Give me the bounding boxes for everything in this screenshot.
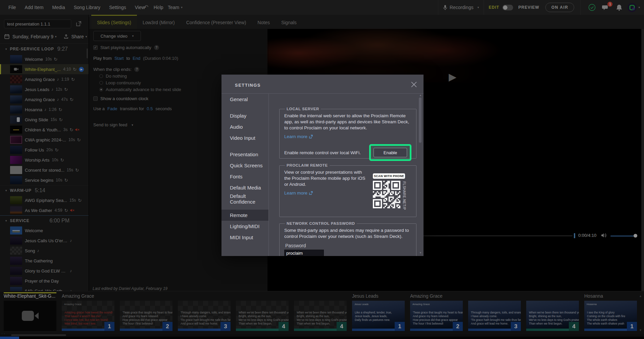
external-link-icon — [309, 191, 313, 195]
settings-nav-default-media[interactable]: Default Media — [221, 182, 268, 193]
password-label: Password — [285, 243, 411, 248]
enable-button[interactable]: Enable — [374, 148, 407, 157]
nav-group-gap — [221, 204, 268, 210]
local-server-section: LOCAL SERVER Enable the internal web ser… — [279, 107, 416, 159]
enable-remote-label: Enable remote control over local WiFi. — [284, 150, 361, 155]
settings-nav-presentation[interactable]: Presentation — [221, 149, 268, 160]
settings-nav-fonts[interactable]: Fonts — [221, 171, 268, 182]
settings-nav-default-confidence[interactable]: Default Confidence — [221, 193, 268, 204]
settings-content: LOCAL SERVER Enable the internal web ser… — [269, 94, 424, 256]
scroll-up-icon[interactable]: ▲ — [419, 94, 422, 97]
settings-nav-quick-screens[interactable]: Quick Screens — [221, 160, 268, 171]
nav-group-gap — [221, 105, 268, 110]
scroll-down-icon[interactable]: ▼ — [419, 251, 422, 254]
learn-more-link[interactable]: Learn more — [284, 190, 313, 196]
qr-block: SCAN WITH PHONE FLSHARE.NET/P — [373, 173, 416, 210]
settings-nav-general[interactable]: General — [221, 94, 268, 105]
close-icon — [411, 81, 417, 88]
proclaim-remote-description: View or control your presentations with … — [284, 169, 368, 187]
settings-nav-midi-input[interactable]: MIDI Input — [221, 232, 268, 243]
network-password-section: NETWORK CONTROL PASSWORD Some third-part… — [279, 221, 416, 256]
local-server-description: Enable the internal web server to allow … — [284, 113, 411, 131]
settings-nav-audio[interactable]: Audio — [221, 121, 268, 132]
proclaim-remote-section: PROCLAIM REMOTE View or control your pre… — [279, 163, 416, 217]
settings-nav: GeneralDisplayAudioVideo InputPresentati… — [221, 94, 268, 243]
qr-caption: FLSHARE.NET/P — [402, 181, 406, 210]
network-password-description: Some third-party apps and devices may re… — [284, 227, 411, 240]
dialog-title: SETTINGS — [235, 83, 261, 88]
proclaim-window: FileAdd ItemMediaSong LibrarySettingsVie… — [0, 0, 644, 339]
settings-dialog: SETTINGS GeneralDisplayAudioVideo InputP… — [221, 75, 424, 256]
settings-nav-lighting-midi[interactable]: Lighting/MIDI — [221, 221, 268, 232]
scan-with-phone-label: SCAN WITH PHONE — [373, 173, 405, 179]
proclaim-remote-legend: PROCLAIM REMOTE — [285, 163, 330, 167]
learn-more-link[interactable]: Learn more — [284, 134, 313, 139]
local-server-legend: LOCAL SERVER — [285, 107, 321, 111]
tutorial-highlight: Enable — [369, 144, 411, 161]
settings-nav-remote[interactable]: Remote — [221, 210, 268, 221]
qr-code — [373, 181, 400, 208]
settings-nav-display[interactable]: Display — [221, 110, 268, 121]
external-link-icon — [309, 135, 313, 138]
dialog-scrollbar-thumb[interactable] — [419, 97, 422, 143]
close-button[interactable] — [410, 81, 417, 88]
settings-nav-video-input[interactable]: Video Input — [221, 132, 268, 143]
network-password-legend: NETWORK CONTROL PASSWORD — [285, 221, 357, 225]
nav-group-gap — [221, 143, 268, 149]
password-input[interactable] — [284, 250, 324, 256]
